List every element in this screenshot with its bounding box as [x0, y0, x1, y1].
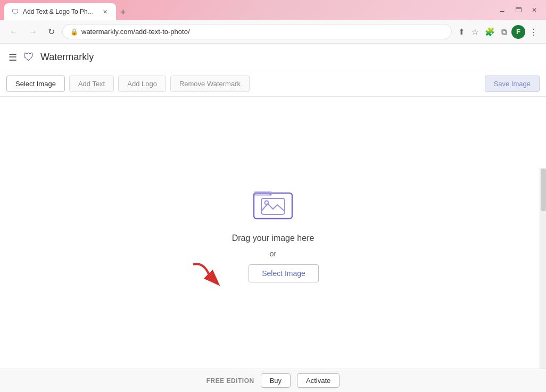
back-button[interactable]: ←: [6, 25, 21, 39]
remove-watermark-button[interactable]: Remove Watermark: [170, 76, 250, 92]
select-image-center-button[interactable]: Select Image: [249, 264, 319, 282]
window-controls: 🗕 🗖 ✕: [495, 4, 542, 16]
or-text: or: [270, 249, 276, 258]
url-text: watermarkly.com/add-text-to-photo/: [81, 28, 444, 36]
activate-button[interactable]: Activate: [297, 373, 340, 388]
menu-button[interactable]: ⋮: [527, 25, 540, 39]
tab-favicon: 🛡: [12, 8, 19, 16]
tab-area: 🛡 Add Text & Logo To Photo On... ✕ +: [4, 0, 493, 20]
address-actions: ⬆ ☆ 🧩 ⧉ F ⋮: [456, 25, 540, 39]
refresh-button[interactable]: ↻: [45, 24, 58, 39]
footer: FREE EDITION Buy Activate: [0, 369, 546, 392]
folder-icon: [252, 184, 294, 223]
tab-close-button[interactable]: ✕: [102, 7, 109, 16]
app-name: Watermarkly: [40, 52, 94, 63]
app-header: ☰ 🛡 Watermarkly: [0, 44, 546, 71]
browser-window: 🛡 Add Text & Logo To Photo On... ✕ + 🗕 🗖…: [0, 0, 546, 392]
add-logo-button[interactable]: Add Logo: [118, 76, 166, 92]
scrollbar[interactable]: [540, 168, 546, 369]
scrollbar-thumb[interactable]: [541, 169, 546, 211]
url-bar[interactable]: 🔒 watermarkly.com/add-text-to-photo/: [62, 24, 452, 39]
new-tab-button[interactable]: +: [116, 5, 130, 20]
drop-zone[interactable]: Drag your image here or Select Image: [193, 184, 353, 282]
buy-button[interactable]: Buy: [261, 373, 291, 388]
edition-label: FREE EDITION: [206, 377, 254, 385]
tab-title: Add Text & Logo To Photo On...: [23, 8, 97, 15]
address-bar: ← → ↻ 🔒 watermarkly.com/add-text-to-phot…: [0, 20, 546, 44]
svg-rect-1: [254, 191, 272, 196]
select-image-button[interactable]: Select Image: [6, 76, 65, 92]
lock-icon: 🔒: [70, 28, 78, 36]
share-button[interactable]: ⬆: [456, 25, 467, 39]
title-bar: 🛡 Add Text & Logo To Photo On... ✕ + 🗕 🗖…: [0, 0, 546, 20]
drag-text: Drag your image here: [232, 233, 315, 243]
hamburger-menu[interactable]: ☰: [9, 52, 17, 63]
save-image-button[interactable]: Save Image: [485, 76, 540, 92]
active-tab[interactable]: 🛡 Add Text & Logo To Photo On... ✕: [4, 3, 116, 20]
extensions-button[interactable]: 🧩: [483, 25, 497, 39]
app-logo-icon: 🛡: [23, 51, 34, 63]
main-content: Drag your image here or Select Image: [0, 97, 546, 369]
sidebar-toggle-button[interactable]: ⧉: [499, 25, 509, 39]
profile-button[interactable]: F: [511, 25, 525, 39]
bookmark-button[interactable]: ☆: [469, 25, 481, 39]
forward-button[interactable]: →: [26, 25, 40, 39]
add-text-button[interactable]: Add Text: [69, 76, 114, 92]
arrow-icon: [183, 259, 246, 291]
close-button[interactable]: ✕: [527, 4, 542, 16]
toolbar: Select Image Add Text Add Logo Remove Wa…: [0, 71, 546, 97]
maximize-button[interactable]: 🗖: [511, 4, 526, 16]
minimize-button[interactable]: 🗕: [495, 4, 510, 16]
